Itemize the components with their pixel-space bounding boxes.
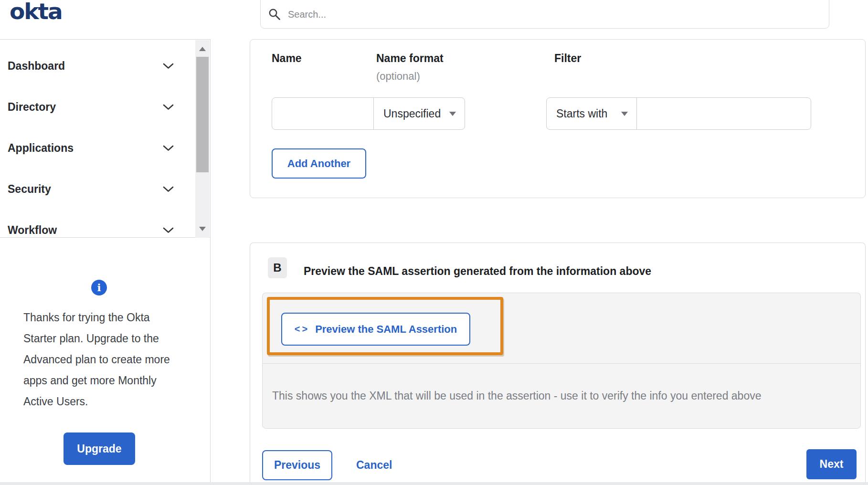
chevron-down-icon <box>163 104 174 110</box>
chevron-down-icon <box>163 145 174 151</box>
attribute-statements-card: Name Name format (optional) Filter Unspe… <box>250 39 866 198</box>
code-icon: <> <box>295 324 309 335</box>
next-button[interactable]: Next <box>806 449 857 479</box>
search-icon <box>268 8 281 21</box>
preview-button-panel: <> Preview the SAML Assertion <box>262 293 861 363</box>
dropdown-arrow-icon <box>621 112 628 116</box>
section-b-heading: Preview the SAML assertion generated fro… <box>304 265 651 278</box>
sidebar-item-applications[interactable]: Applications <box>0 127 210 169</box>
filter-type-select[interactable]: Starts with <box>546 97 637 130</box>
scroll-down-icon[interactable] <box>199 227 206 231</box>
section-b-badge: B <box>268 257 287 278</box>
previous-button[interactable]: Previous <box>262 450 332 480</box>
info-icon: i <box>91 280 107 295</box>
preview-description-panel: This shows you the XML that will be used… <box>262 363 861 429</box>
sidebar-menu: Dashboard Directory Applications Securit… <box>0 40 210 238</box>
sidebar-item-directory[interactable]: Directory <box>0 86 210 127</box>
filter-type-selected-value: Starts with <box>556 107 607 120</box>
dropdown-arrow-icon <box>449 112 456 116</box>
search-input[interactable] <box>287 9 764 21</box>
scrollbar-thumb[interactable] <box>196 57 209 172</box>
name-format-select[interactable]: Unspecified <box>373 97 465 130</box>
filter-value-input[interactable] <box>636 97 811 130</box>
chevron-down-icon <box>163 186 174 192</box>
cancel-link[interactable]: Cancel <box>356 450 392 480</box>
scroll-up-icon[interactable] <box>199 47 206 51</box>
sidebar: Dashboard Directory Applications Securit… <box>0 39 211 485</box>
upgrade-message: Thanks for trying the Okta Starter plan.… <box>23 307 182 412</box>
sidebar-item-label: Applications <box>8 142 74 155</box>
sidebar-item-security[interactable]: Security <box>0 169 210 210</box>
add-another-button[interactable]: Add Another <box>272 148 366 179</box>
filter-column-label: Filter <box>554 52 581 65</box>
sidebar-item-label: Workflow <box>8 224 57 237</box>
global-search <box>260 0 829 29</box>
attribute-name-input[interactable] <box>272 97 374 130</box>
chevron-down-icon <box>163 227 174 233</box>
name-format-selected-value: Unspecified <box>383 107 441 120</box>
sidebar-item-workflow[interactable]: Workflow <box>0 210 210 238</box>
okta-admin-screen: okta Dashboard Directory Applicatio <box>0 0 868 485</box>
sidebar-item-dashboard[interactable]: Dashboard <box>0 45 210 86</box>
sidebar-item-label: Directory <box>8 101 56 114</box>
upgrade-button[interactable]: Upgrade <box>64 432 135 465</box>
preview-description-text: This shows you the XML that will be used… <box>272 390 761 402</box>
preview-saml-card: B Preview the SAML assertion generated f… <box>250 242 866 485</box>
sidebar-item-label: Security <box>8 183 51 196</box>
preview-saml-assertion-button[interactable]: <> Preview the SAML Assertion <box>281 313 470 346</box>
sidebar-item-label: Dashboard <box>8 60 65 73</box>
name-format-optional-label: (optional) <box>376 70 420 83</box>
bottom-edge-strip <box>0 482 868 485</box>
name-column-label: Name <box>272 52 302 65</box>
preview-button-label: Preview the SAML Assertion <box>315 323 457 336</box>
okta-logo: okta <box>10 0 62 24</box>
sidebar-scrollbar[interactable] <box>195 40 210 238</box>
name-format-column-label: Name format <box>376 52 444 65</box>
chevron-down-icon <box>163 63 174 69</box>
